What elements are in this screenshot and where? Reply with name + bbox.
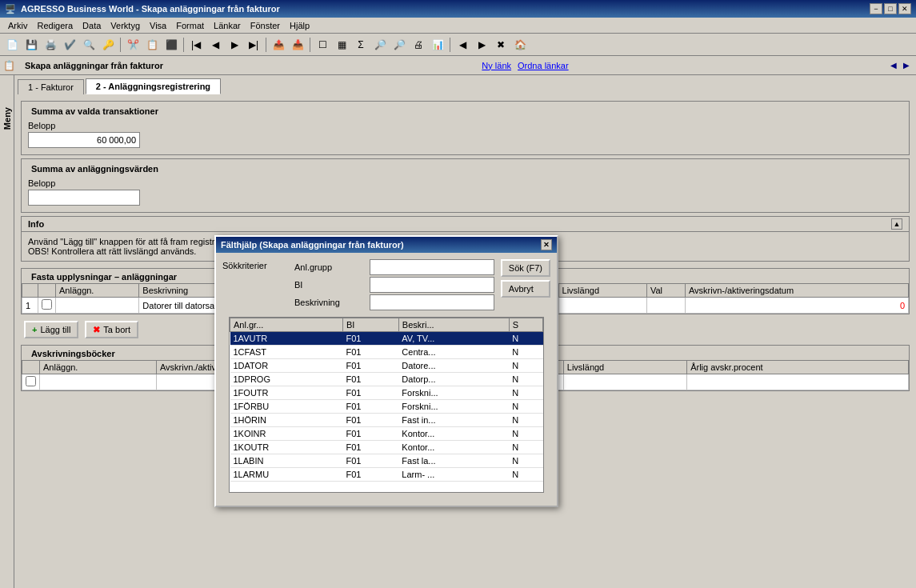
menu-format[interactable]: Format (171, 19, 209, 32)
back-button[interactable]: ◀ (454, 36, 471, 54)
last-button[interactable]: ▶| (245, 36, 262, 54)
sep1 (120, 38, 121, 52)
x-button[interactable]: ✖ (492, 36, 510, 54)
title-bar: 🖥️ AGRESSO Business World - Skapa anlägg… (0, 0, 916, 18)
result-cell-bi-9: F01 (343, 454, 399, 468)
result-table-row[interactable]: 1LABINF01Fast la...N (230, 454, 543, 468)
result-cell-s-7: N (509, 427, 542, 441)
result-cell-anlgr-8: 1KOUTR (230, 441, 343, 454)
dialog-close-button[interactable]: ✕ (541, 239, 552, 250)
first-button[interactable]: |◀ (187, 36, 205, 54)
result-cell-bi-3: F01 (343, 373, 399, 386)
result-cell-beskriv-4: Forskni... (398, 386, 509, 400)
result-table-container[interactable]: Anl.gr... BI Beskri... S 1AVUTRF01AV, TV… (229, 317, 544, 493)
save-button[interactable]: 💾 (22, 36, 40, 54)
btn-g[interactable]: 🔎 (390, 36, 408, 54)
content-area: 1 - Fakturor 2 - Anläggningsregistrering… (14, 75, 916, 588)
menu-data[interactable]: Data (78, 19, 106, 32)
result-table-row[interactable]: 1LARMUF01Larm- ...N (230, 468, 543, 482)
result-table-row[interactable]: 1FOUTRF01Forskni...N (230, 386, 543, 400)
menu-hjalp[interactable]: Hjälp (285, 19, 314, 32)
result-cell-beskriv-10: Larm- ... (398, 468, 509, 482)
result-table-row[interactable]: 1AVUTRF01AV, TV...N (230, 332, 543, 346)
result-cell-beskriv-0: AV, TV... (398, 332, 509, 346)
result-table-row[interactable]: 1KOINRF01Kontor...N (230, 427, 543, 441)
menu-lankar[interactable]: Länkar (209, 19, 246, 32)
result-cell-bi-2: F01 (343, 359, 399, 373)
sok-beskrivning-label: Beskrivning (294, 298, 366, 307)
maximize-button[interactable]: □ (884, 3, 897, 14)
result-table-row[interactable]: 1KOUTRF01Kontor...N (230, 441, 543, 454)
result-cell-bi-1: F01 (343, 346, 399, 359)
sok-fields: Anl.grupp BI Beskrivning (294, 259, 494, 312)
result-table-row[interactable]: 1DPROGF01Datorp...N (230, 373, 543, 386)
app-icon: 🖥️ (5, 4, 16, 14)
result-cell-s-8: N (509, 441, 542, 454)
close-button[interactable]: ✕ (898, 3, 911, 14)
result-cell-bi-7: F01 (343, 427, 399, 441)
dialog-body: Sökkriterier Anl.grupp BI Besk (216, 253, 557, 506)
result-col-s: S (509, 318, 542, 332)
btn-f[interactable]: 🔎 (371, 36, 389, 54)
breadcrumb-title: Skapa anläggningar från fakturor (25, 61, 163, 70)
nav-link-ny[interactable]: Ny länk (482, 61, 511, 70)
btn-b[interactable]: 📥 (289, 36, 306, 54)
result-table-row[interactable]: 1CFASTF01Centra...N (230, 346, 543, 359)
result-table-row[interactable]: 1DATORF01Datore...N (230, 359, 543, 373)
prev-button[interactable]: ◀ (206, 36, 224, 54)
print-button[interactable]: 🖨️ (42, 36, 59, 54)
cut-button[interactable]: ✂️ (124, 36, 142, 54)
btn-d[interactable]: ▦ (333, 36, 350, 54)
nav-bar: 📋 Skapa anläggningar från fakturor Ny lä… (0, 56, 916, 75)
stop-button[interactable]: ⬛ (162, 36, 180, 54)
result-cell-bi-10: F01 (343, 468, 399, 482)
sok-anlgrupp-input[interactable] (370, 259, 494, 275)
window-controls: − □ ✕ (870, 3, 911, 14)
btn-c[interactable]: ☐ (314, 36, 331, 54)
btn-h[interactable]: 🖨 (410, 36, 427, 54)
result-cell-bi-4: F01 (343, 386, 399, 400)
result-cell-bi-5: F01 (343, 400, 399, 414)
result-col-beskriv: Beskri... (398, 318, 509, 332)
result-cell-beskriv-3: Datorp... (398, 373, 509, 386)
menu-fonster[interactable]: Fönster (246, 19, 285, 32)
menu-visa[interactable]: Visa (145, 19, 171, 32)
menu-arkiv[interactable]: Arkiv (3, 19, 32, 32)
result-cell-bi-8: F01 (343, 441, 399, 454)
menu-redigera[interactable]: Redigera (32, 19, 78, 32)
avbryt-button[interactable]: Avbryt (501, 280, 550, 298)
minimize-button[interactable]: − (870, 3, 882, 14)
sok-button[interactable]: Sök (F7) (501, 259, 550, 277)
btn-e[interactable]: Σ (352, 36, 370, 54)
nav-prev-arrow[interactable]: ◀ (887, 61, 900, 70)
new-button[interactable]: 📄 (3, 36, 21, 54)
fwd-button[interactable]: ▶ (473, 36, 490, 54)
left-tab[interactable]: Meny (0, 75, 14, 588)
home-button[interactable]: 🏠 (511, 36, 529, 54)
btn-a[interactable]: 📤 (270, 36, 287, 54)
sok-beskrivning-input[interactable] (370, 294, 494, 310)
key-button[interactable]: 🔑 (99, 36, 117, 54)
btn-i[interactable]: 📊 (429, 36, 446, 54)
result-cell-s-1: N (509, 346, 542, 359)
search-button[interactable]: 🔍 (80, 36, 98, 54)
nav-next-arrow[interactable]: ▶ (900, 61, 913, 70)
result-cell-s-5: N (509, 400, 542, 414)
sok-bi-input[interactable] (370, 277, 494, 293)
sok-field-beskrivning: Beskrivning (294, 294, 494, 310)
sokkriterier-row: Sökkriterier Anl.grupp BI Besk (222, 259, 550, 312)
copy-button[interactable]: 📋 (143, 36, 161, 54)
result-cell-beskriv-5: Forskni... (398, 400, 509, 414)
result-table-row[interactable]: 1HÖRINF01Fast in...N (230, 414, 543, 427)
result-cell-beskriv-6: Fast in... (398, 414, 509, 427)
check-button[interactable]: ✔️ (61, 36, 78, 54)
result-cell-anlgr-2: 1DATOR (230, 359, 343, 373)
sep3 (266, 38, 266, 52)
dialog-title-text: Fälthjälp (Skapa anläggningar från faktu… (221, 240, 404, 250)
nav-link-ordna[interactable]: Ordna länkar (518, 61, 569, 70)
sok-field-anlgrupp: Anl.grupp (294, 259, 494, 275)
result-cell-anlgr-6: 1HÖRIN (230, 414, 343, 427)
next-button[interactable]: ▶ (226, 36, 243, 54)
result-table-row[interactable]: 1FÖRBUF01Forskni...N (230, 400, 543, 414)
menu-verktyg[interactable]: Verktyg (106, 19, 145, 32)
